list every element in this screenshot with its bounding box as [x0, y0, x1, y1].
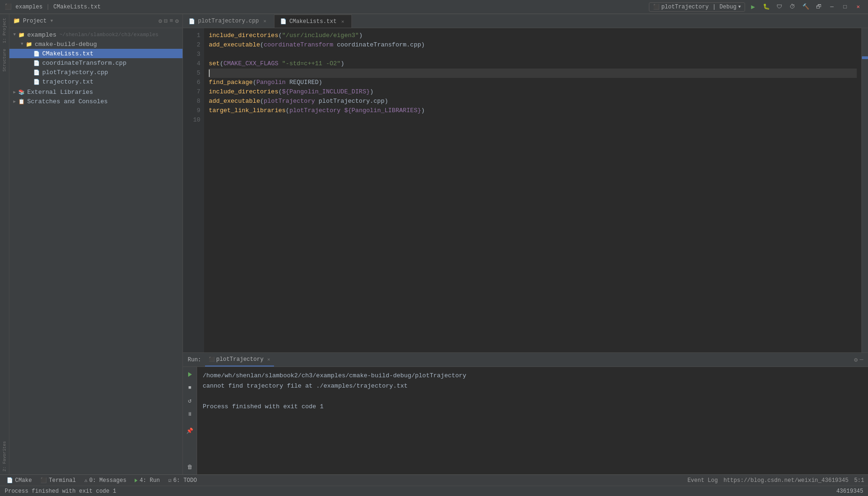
line-info: 43619345 — [836, 488, 863, 495]
tab-plottrajectory[interactable]: 📄 plotTrajectory.cpp ✕ — [183, 15, 274, 28]
tree-item-cmakelists[interactable]: ▶ 📄 CMakeLists.txt — [9, 49, 183, 58]
profile-button[interactable]: ⏱ — [787, 2, 798, 12]
run-tab-bottom-label: 4: Run — [139, 477, 160, 484]
run-tab-plottrajectory[interactable]: ⬛ plotTrajectory ✕ — [205, 353, 274, 366]
terminal-tab-label: Terminal — [49, 477, 76, 484]
tree-label-external: External Libraries — [27, 89, 93, 96]
tree-label-plot: plotTrajectory.cpp — [42, 69, 108, 76]
messages-tab[interactable]: ⚠ 0: Messages — [82, 476, 129, 485]
activity-project[interactable]: 1: Project — [1, 16, 8, 45]
tree-item-plottrajectory[interactable]: ▶ 📄 plotTrajectory.cpp — [9, 68, 183, 77]
tree-label-examples: examples — [27, 31, 56, 38]
build-button[interactable]: 🔨 — [800, 2, 811, 12]
cpp-file-icon-coord: 📄 — [33, 59, 40, 67]
code-line-10 — [209, 115, 857, 125]
terminal-tab[interactable]: ⬛ Terminal — [38, 476, 79, 485]
tab-cmakelists[interactable]: 📄 CMakeLists.txt ✕ — [274, 15, 352, 28]
activity-favorites[interactable]: 2: Favorites — [1, 438, 8, 474]
project-panel-header: 📁 Project ▼ ⚙ ⊟ ≡ ⚙ — [9, 14, 183, 28]
messages-tab-icon: ⚠ — [84, 477, 88, 483]
project-icon: ⬛ — [5, 3, 12, 10]
activity-structure[interactable]: Structure — [1, 46, 8, 75]
tab-bar: 📄 plotTrajectory.cpp ✕ 📄 CMakeLists.txt … — [183, 14, 868, 28]
filter-icon[interactable]: ⊟ — [164, 17, 168, 25]
tree-item-scratches[interactable]: ▶ 📋 Scratches and Consoles — [9, 97, 183, 106]
run-panel-header: Run: ⬛ plotTrajectory ✕ ⚙ — — [183, 353, 868, 367]
tab-close-plottrajectory[interactable]: ✕ — [262, 18, 268, 24]
minimize-button[interactable]: — — [827, 2, 837, 12]
run-button[interactable]: ▶ — [748, 2, 758, 12]
chevron-down-icon[interactable]: ▼ — [739, 5, 741, 9]
cmake-tab-label: CMake — [15, 477, 32, 484]
tree-item-cmake-build[interactable]: ▼ 📁 cmake-build-debug — [9, 39, 183, 49]
code-line-9: target_link_libraries(plotTrajectory ${P… — [209, 106, 857, 115]
close-button[interactable]: ✕ — [853, 2, 863, 12]
run-pin-button[interactable]: 📌 — [184, 425, 196, 436]
run-rerun-button[interactable]: ↺ — [184, 395, 196, 406]
settings-icon[interactable]: ⚙ — [159, 17, 162, 25]
tree-item-examples[interactable]: ▼ 📁 examples ~/shenlan/slambook2/ch3/exa… — [9, 30, 183, 39]
project-name[interactable]: examples — [15, 4, 43, 10]
run-panel-toolbar: ■ ↺ ⏸ 📌 🗑 — [183, 367, 197, 474]
tab-icon-cmake: 📄 — [280, 18, 287, 24]
txt-file-icon: 📄 — [33, 78, 40, 85]
project-folder-icon: 📁 — [13, 17, 20, 24]
run-trash-button[interactable]: 🗑 — [184, 461, 196, 473]
line-numbers: 1 2 3 4 5 6 7 8 9 10 — [183, 28, 204, 352]
run-tab-close[interactable]: ✕ — [267, 357, 270, 362]
run-pause-button[interactable]: ⏸ — [184, 408, 196, 420]
file-tree: ▼ 📁 examples ~/shenlan/slambook2/ch3/exa… — [9, 28, 183, 474]
collapse-icon[interactable]: ≡ — [169, 17, 173, 24]
code-line-8: add_executable(plotTrajectory plotTrajec… — [209, 97, 857, 106]
url-link[interactable]: https://blog.csdn.net/weixin_43619345 — [723, 477, 848, 484]
process-status: Process finished with exit code 1 — [5, 488, 116, 495]
title-bar-right: ⬛ plotTrajectory | Debug ▼ ▶ 🐛 🛡 ⏱ 🔨 🗗 —… — [649, 2, 863, 12]
run-play-button[interactable] — [184, 369, 196, 380]
run-tab-bottom[interactable]: 4: Run — [132, 476, 162, 485]
editor-area: 📄 plotTrajectory.cpp ✕ 📄 CMakeLists.txt … — [183, 14, 868, 474]
expand-arrow-cmake: ▼ — [19, 41, 25, 47]
tree-item-coordinatetransform[interactable]: ▶ 📄 coordinateTransform.cpp — [9, 58, 183, 68]
separator: | — [712, 4, 716, 10]
title-bar: ⬛ examples | CMakeLists.txt ⬛ plotTrajec… — [0, 0, 868, 14]
dropdown-arrow[interactable]: ▼ — [50, 19, 53, 23]
maximize-button[interactable]: □ — [840, 2, 850, 12]
run-panel-minimize[interactable]: — — [860, 356, 863, 364]
right-gutter — [861, 28, 868, 352]
tree-label-cmake-build: cmake-build-debug — [35, 41, 97, 48]
tree-label-scratches: Scratches and Consoles — [27, 98, 108, 105]
panel-options-icon[interactable]: ⚙ — [175, 17, 179, 25]
tree-item-trajectory[interactable]: ▶ 📄 trajectory.txt — [9, 77, 183, 86]
title-bar-left: ⬛ examples | CMakeLists.txt — [5, 3, 101, 10]
run-stop-button[interactable]: ■ — [184, 382, 196, 393]
output-line-empty — [203, 391, 862, 402]
debug-button[interactable]: 🐛 — [761, 2, 771, 12]
run-tab-play-icon — [135, 479, 137, 482]
expand-arrow-scratches: ▶ — [11, 98, 18, 105]
cmake-tab[interactable]: 📄 CMake — [4, 476, 35, 485]
todo-tab[interactable]: ☑ 6: TODO — [166, 476, 200, 485]
cpp-file-icon-plot: 📄 — [33, 69, 40, 76]
editor-content[interactable]: 1 2 3 4 5 6 7 8 9 10 include_directories… — [183, 28, 868, 352]
tree-item-external[interactable]: ▶ 📚 External Libraries — [9, 87, 183, 97]
tree-label-traj: trajectory.txt — [42, 78, 93, 85]
left-activity-bar: 1: Project Structure 2: Favorites — [0, 14, 9, 474]
project-label: Project — [23, 18, 46, 24]
code-editor[interactable]: include_directories("/usr/include/eigen3… — [204, 28, 861, 352]
output-line-error: cannot find trajectory file at ./example… — [203, 381, 862, 391]
event-log-label[interactable]: Event Log — [687, 477, 718, 484]
coverage-button[interactable]: 🛡 — [774, 2, 784, 12]
run-config-icon: ⬛ — [653, 4, 660, 10]
run-panel-gear[interactable]: ⚙ — [854, 356, 858, 364]
restore-button[interactable]: 🗗 — [814, 2, 824, 12]
code-line-1: include_directories("/usr/include/eigen3… — [209, 31, 857, 40]
output-line-process: Process finished with exit code 1 — [203, 402, 862, 412]
tab-close-cmake[interactable]: ✕ — [339, 18, 346, 25]
status-bar: Process finished with exit code 1 436193… — [0, 486, 868, 496]
expand-arrow-examples: ▼ — [11, 31, 18, 38]
run-tab-icon: ⬛ — [209, 357, 214, 362]
run-config[interactable]: ⬛ plotTrajectory | Debug ▼ — [649, 2, 745, 12]
code-line-4: set(CMAKE_CXX_FLAGS "-std=c++11 -O2") — [209, 59, 857, 69]
run-config-name: plotTrajectory — [662, 4, 709, 10]
run-label: Run: — [188, 357, 201, 363]
